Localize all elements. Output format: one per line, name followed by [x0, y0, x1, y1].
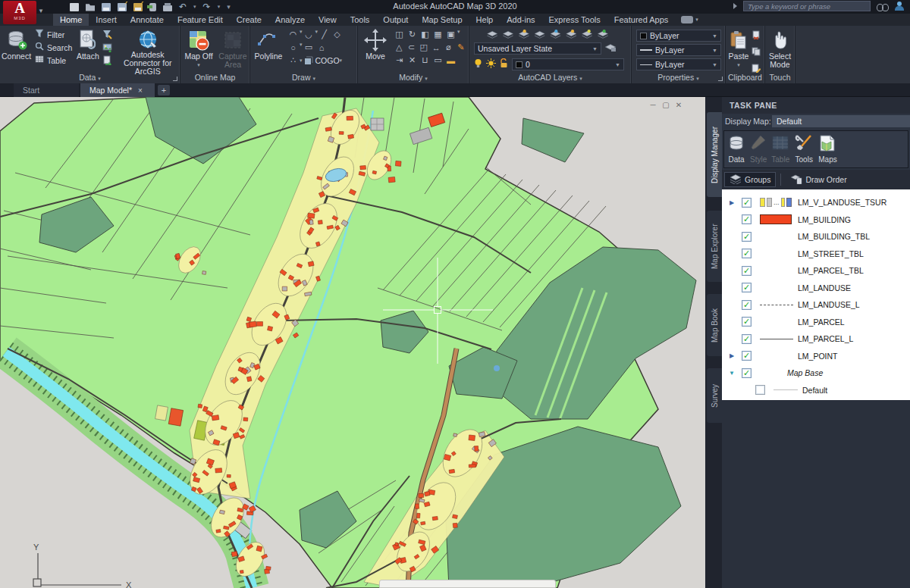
- layer-row[interactable]: ▶ ✓ LM_POINT: [722, 348, 910, 365]
- move-button[interactable]: Move: [358, 26, 393, 70]
- expand-icon[interactable]: ▶: [728, 199, 736, 206]
- undo-icon[interactable]: ↶: [179, 2, 187, 11]
- export-icon[interactable]: [149, 3, 156, 11]
- migrate-data-icon[interactable]: [101, 55, 114, 66]
- sign-in-icon[interactable]: [895, 2, 904, 11]
- plot-icon[interactable]: [133, 3, 143, 11]
- lineweight-combo[interactable]: ByLayer▼: [636, 44, 721, 56]
- panel-label-clipboard[interactable]: Clipboard: [726, 73, 764, 82]
- draw-order-button[interactable]: Draw Order: [786, 172, 851, 187]
- point-style-icon[interactable]: ◇: [331, 29, 344, 40]
- fillet-tool-icon[interactable]: △: [393, 42, 405, 53]
- layer-checkbox[interactable]: ✓: [742, 334, 752, 344]
- data-dialog-launcher-icon[interactable]: [173, 77, 177, 81]
- layer-checkbox[interactable]: ✓: [742, 232, 752, 242]
- connected-services-dropdown-icon[interactable]: ▾: [695, 17, 698, 23]
- tp-tools-button[interactable]: Tools: [794, 134, 814, 164]
- map-viewport[interactable]: Y X ─ ▢ ✕: [0, 97, 705, 588]
- side-tab-map-book[interactable]: Map Book: [707, 294, 722, 356]
- undo-dropdown-icon[interactable]: ▾: [193, 4, 196, 10]
- tab-analyze[interactable]: Analyze: [268, 14, 312, 26]
- copy-tool-icon[interactable]: ◫: [393, 29, 406, 40]
- filter-button[interactable]: Filter: [33, 29, 74, 40]
- mirror-tool-icon[interactable]: ◧: [419, 29, 431, 40]
- layer-row[interactable]: ✓ LM_PARCEL: [722, 314, 910, 331]
- layer-checkbox[interactable]: ✓: [742, 198, 752, 208]
- tab-output[interactable]: Output: [376, 14, 415, 26]
- explode-tool-icon[interactable]: ▭: [431, 55, 444, 66]
- tab-insert[interactable]: Insert: [89, 14, 124, 26]
- panel-label-online-map[interactable]: Online Map: [180, 73, 249, 82]
- panel-label-modify[interactable]: Modify▾: [358, 73, 469, 82]
- layer-checkbox[interactable]: ✓: [742, 351, 752, 361]
- layer-checkbox[interactable]: ✓: [742, 300, 752, 310]
- define-query-icon[interactable]: [101, 29, 114, 40]
- side-tab-map-explorer[interactable]: Map Explorer: [707, 211, 722, 282]
- copy-icon[interactable]: [752, 45, 764, 59]
- redo-icon[interactable]: ↷: [203, 2, 211, 11]
- map-off-button[interactable]: Map Off ▾: [180, 26, 217, 70]
- arc-tool-icon[interactable]: ◠: [287, 29, 300, 40]
- attach-button[interactable]: Attach: [74, 26, 101, 70]
- layer-row[interactable]: ✓ LM_LANDUSE: [722, 280, 910, 297]
- layer-row[interactable]: Default: [722, 382, 910, 399]
- tab-view[interactable]: View: [312, 14, 344, 26]
- side-tab-survey[interactable]: Survey: [707, 368, 722, 423]
- layer-freeze-sun-icon[interactable]: [486, 58, 496, 71]
- layer-row[interactable]: ✓ LM_BUILDING: [722, 211, 910, 229]
- tab-add-ins[interactable]: Add-ins: [500, 14, 541, 26]
- panel-label-data[interactable]: Data▾: [0, 73, 180, 82]
- open-file-icon[interactable]: [86, 3, 95, 11]
- search-binoculars-icon[interactable]: [877, 2, 889, 11]
- layer-checkbox[interactable]: ✓: [742, 317, 752, 327]
- layer-lock-icon[interactable]: [500, 58, 508, 71]
- side-tab-display-manager[interactable]: Display Manager: [707, 112, 722, 197]
- array-tool-icon[interactable]: ▦: [431, 29, 444, 40]
- infocenter-expand-icon[interactable]: [733, 3, 737, 9]
- layer-state-combo[interactable]: Unsaved Layer State▼: [474, 42, 601, 55]
- new-file-icon[interactable]: [70, 3, 79, 11]
- layer-states-icon[interactable]: [604, 42, 617, 55]
- new-drawing-tab-button[interactable]: +: [158, 85, 170, 95]
- cogo-label[interactable]: COGO: [315, 56, 340, 65]
- file-tab-map-model[interactable]: Map Model*×: [80, 83, 155, 97]
- polygon-tool-icon[interactable]: ⌂: [315, 42, 328, 53]
- rectangle-tool-icon[interactable]: ▭: [303, 42, 315, 53]
- erase-tool-icon[interactable]: ✎: [455, 42, 467, 53]
- tab-tools[interactable]: Tools: [344, 14, 377, 26]
- insert-image-icon[interactable]: [101, 42, 114, 53]
- layer-row[interactable]: ✓ LM_PARCEL_L: [722, 330, 910, 348]
- close-tab-icon[interactable]: ×: [138, 86, 143, 95]
- paste-button[interactable]: Paste ▾: [726, 26, 752, 70]
- layer-row[interactable]: ▶ ✓ ... LM_V_LANDUSE_TSUR: [722, 194, 910, 211]
- file-tab-start[interactable]: Start: [14, 83, 79, 97]
- redo-dropdown-icon[interactable]: ▾: [218, 4, 221, 10]
- search-button[interactable]: Search: [33, 42, 74, 53]
- highlight-tool-icon[interactable]: ▬: [444, 55, 457, 66]
- panel-label-draw[interactable]: Draw▾: [250, 73, 357, 82]
- tab-featured-apps[interactable]: Featured Apps: [607, 14, 676, 26]
- viewport-restore-icon[interactable]: ▢: [662, 101, 670, 109]
- tab-map-setup[interactable]: Map Setup: [415, 14, 469, 26]
- tp-data-button[interactable]: Data: [727, 134, 745, 164]
- layer-row[interactable]: ✓ LM_PARCEL_TBL: [722, 262, 910, 280]
- viewport-close-icon[interactable]: ✕: [675, 101, 682, 109]
- layer-row[interactable]: ✓ LM_LANDUSE_L: [722, 296, 910, 314]
- layer-checkbox[interactable]: ✓: [742, 249, 752, 258]
- line-tool-icon[interactable]: ╱: [318, 29, 331, 40]
- paste-dropdown-icon[interactable]: ▾: [737, 61, 740, 69]
- layer-row[interactable]: ✓ LM_BUILDING_TBL: [722, 228, 910, 246]
- help-search-input[interactable]: [743, 1, 871, 11]
- linetype-combo[interactable]: ByLayer▼: [636, 58, 721, 70]
- viewport-minimize-icon[interactable]: ─: [649, 101, 657, 109]
- layer-checkbox[interactable]: [755, 385, 765, 395]
- tp-style-button[interactable]: Style: [750, 134, 767, 164]
- tab-express-tools[interactable]: Express Tools: [542, 14, 607, 26]
- layer-checkbox[interactable]: ✓: [742, 214, 752, 224]
- cut-icon[interactable]: [752, 29, 764, 42]
- stretch-tool-icon[interactable]: ↔: [430, 42, 442, 53]
- chamfer-tool-icon[interactable]: ⊂: [405, 42, 417, 53]
- layer-checkbox[interactable]: ✓: [742, 368, 752, 378]
- layer-checkbox[interactable]: ✓: [742, 283, 752, 292]
- app-button-caret-icon[interactable]: ▼: [38, 8, 44, 14]
